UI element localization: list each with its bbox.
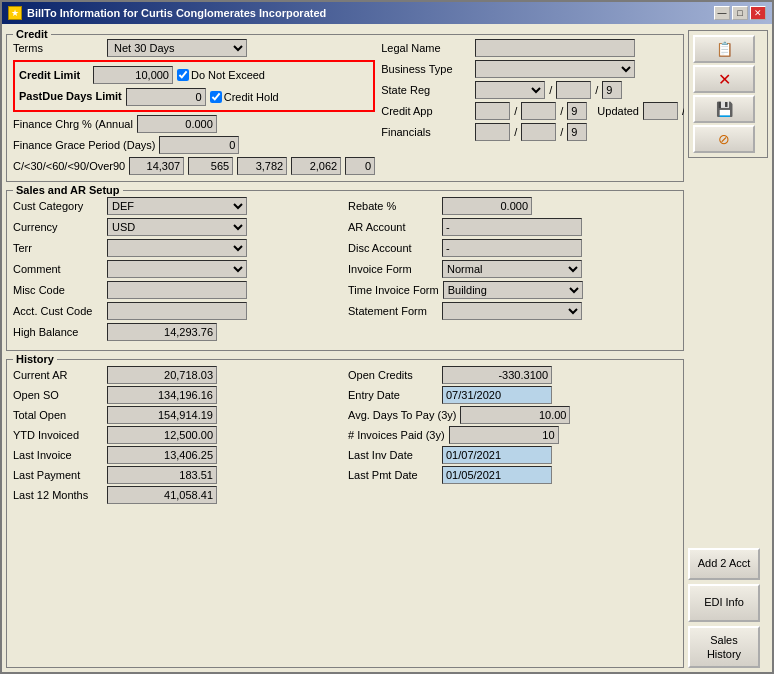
main-window: ★ BillTo Information for Curtis Conglome… — [0, 0, 774, 674]
credit-app-input2[interactable] — [521, 102, 556, 120]
sales-ar-group-label: Sales and AR Setup — [13, 184, 123, 196]
last-invoice-row: Last Invoice 13,406.25 — [13, 446, 342, 464]
aging-input-4[interactable]: 2,062 — [291, 157, 341, 175]
total-open-input[interactable]: 154,914.19 — [107, 406, 217, 424]
high-balance-input[interactable]: 14,293.76 — [107, 323, 217, 341]
edi-info-button[interactable]: EDI Info — [688, 584, 760, 622]
invoice-form-select[interactable]: Normal — [442, 260, 582, 278]
num-invoices-row: # Invoices Paid (3y) 10 — [348, 426, 677, 444]
credit-limit-input[interactable]: 10,000 — [93, 66, 173, 84]
financials-label: Financials — [381, 126, 471, 138]
credit-hold-checkbox-label[interactable]: Credit Hold — [210, 91, 279, 103]
financials-slash1: / — [514, 126, 517, 138]
sales-ar-group: Sales and AR Setup Cust Category DEF — [6, 190, 684, 351]
entry-date-input[interactable]: 07/31/2020 — [442, 386, 552, 404]
last-inv-date-input[interactable]: 01/07/2021 — [442, 446, 552, 464]
state-reg-select[interactable] — [475, 81, 545, 99]
sales-history-button[interactable]: SalesHistory — [688, 626, 760, 668]
financials-input2[interactable] — [521, 123, 556, 141]
comment-select[interactable] — [107, 260, 247, 278]
last-payment-row: Last Payment 183.51 — [13, 466, 342, 484]
terms-label: Terms — [13, 42, 103, 54]
close-button[interactable]: ✕ — [750, 6, 766, 20]
toolbar-btn-1[interactable]: 📋 — [693, 35, 755, 63]
last-12-input[interactable]: 41,058.41 — [107, 486, 217, 504]
state-reg-row: State Reg / / — [381, 81, 684, 99]
toolbar-btn-close[interactable]: ✕ — [693, 65, 755, 93]
time-invoice-select[interactable]: Building — [443, 281, 583, 299]
state-reg-input1[interactable] — [556, 81, 591, 99]
ar-account-input[interactable]: - — [442, 218, 582, 236]
statement-form-select[interactable] — [442, 302, 582, 320]
avg-days-label: Avg. Days To Pay (3y) — [348, 409, 456, 421]
add2acct-button[interactable]: Add 2 Acct — [688, 548, 760, 580]
credit-app-slash1: / — [514, 105, 517, 117]
acct-cust-label: Acct. Cust Code — [13, 305, 103, 317]
aging-input-1[interactable]: 14,307 — [129, 157, 184, 175]
aging-input-3[interactable]: 3,782 — [237, 157, 287, 175]
past-due-input[interactable]: 0 — [126, 88, 206, 106]
business-type-select[interactable] — [475, 60, 635, 78]
finance-chg-input[interactable]: 0.000 — [137, 115, 217, 133]
entry-date-label: Entry Date — [348, 389, 438, 401]
main-content: Credit Terms Net 30 Days — [2, 24, 772, 672]
aging-input-5[interactable]: 0 — [345, 157, 375, 175]
last-invoice-label: Last Invoice — [13, 449, 103, 461]
toolbar-btn-save[interactable]: 💾 — [693, 95, 755, 123]
current-ar-row: Current AR 20,718.03 — [13, 366, 342, 384]
state-reg-num[interactable] — [602, 81, 622, 99]
comment-label: Comment — [13, 263, 103, 275]
updated-slash1: / — [682, 105, 684, 117]
comment-row: Comment — [13, 260, 342, 278]
toolbar-btn-cancel[interactable]: ⊘ — [693, 125, 755, 153]
disc-account-input[interactable]: - — [442, 239, 582, 257]
business-type-row: Business Type — [381, 60, 684, 78]
window-title: BillTo Information for Curtis Conglomera… — [27, 7, 326, 19]
misc-code-input[interactable] — [107, 281, 247, 299]
avg-days-input[interactable]: 10.00 — [460, 406, 570, 424]
current-ar-input[interactable]: 20,718.03 — [107, 366, 217, 384]
do-not-exceed-checkbox-label[interactable]: Do Not Exceed — [177, 69, 265, 81]
financials-input1[interactable] — [475, 123, 510, 141]
last-12-row: Last 12 Months 41,058.41 — [13, 486, 342, 504]
finance-chg-row: Finance Chrg % (Annual 0.000 — [13, 115, 375, 133]
credit-app-num[interactable] — [567, 102, 587, 120]
terr-select[interactable] — [107, 239, 247, 257]
grace-period-input[interactable]: 0 — [159, 136, 239, 154]
credit-app-input1[interactable] — [475, 102, 510, 120]
num-invoices-input[interactable]: 10 — [449, 426, 559, 444]
legal-name-input[interactable] — [475, 39, 635, 57]
credit-limit-box: Credit Limit 10,000 Do Not Exceed PastDu… — [13, 60, 375, 112]
current-ar-label: Current AR — [13, 369, 103, 381]
updated-input1[interactable] — [643, 102, 678, 120]
ar-account-label: AR Account — [348, 221, 438, 233]
cust-cat-select[interactable]: DEF — [107, 197, 247, 215]
open-so-input[interactable]: 134,196.16 — [107, 386, 217, 404]
credit-group-label: Credit — [13, 28, 51, 40]
financials-num[interactable] — [567, 123, 587, 141]
open-so-row: Open SO 134,196.16 — [13, 386, 342, 404]
minimize-button[interactable]: — — [714, 6, 730, 20]
title-bar-left: ★ BillTo Information for Curtis Conglome… — [8, 6, 326, 20]
disc-account-label: Disc Account — [348, 242, 438, 254]
finance-chg-label: Finance Chrg % (Annual — [13, 118, 133, 130]
grace-period-label: Finance Grace Period (Days) — [13, 139, 155, 151]
acct-cust-row: Acct. Cust Code — [13, 302, 342, 320]
currency-select[interactable]: USD — [107, 218, 247, 236]
avg-days-row: Avg. Days To Pay (3y) 10.00 — [348, 406, 677, 424]
credit-app-row: Credit App / / Updated / / — [381, 102, 684, 120]
aging-input-2[interactable]: 565 — [188, 157, 233, 175]
terms-select[interactable]: Net 30 Days — [107, 39, 247, 57]
maximize-button[interactable]: □ — [732, 6, 748, 20]
past-due-label: PastDue Days Limit — [19, 90, 122, 103]
credit-hold-checkbox[interactable] — [210, 91, 222, 103]
rebate-input[interactable]: 0.000 — [442, 197, 532, 215]
last-inv-date-label: Last Inv Date — [348, 449, 438, 461]
last-invoice-input[interactable]: 13,406.25 — [107, 446, 217, 464]
ytd-invoiced-input[interactable]: 12,500.00 — [107, 426, 217, 444]
last-pmt-date-input[interactable]: 01/05/2021 — [442, 466, 552, 484]
open-credits-input[interactable]: -330.3100 — [442, 366, 552, 384]
last-payment-input[interactable]: 183.51 — [107, 466, 217, 484]
acct-cust-input[interactable] — [107, 302, 247, 320]
do-not-exceed-checkbox[interactable] — [177, 69, 189, 81]
